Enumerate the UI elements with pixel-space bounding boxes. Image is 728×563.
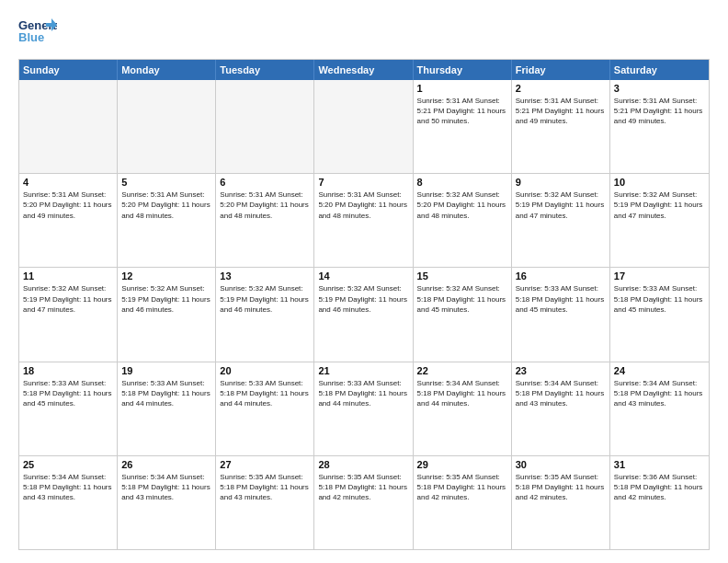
day-number: 16 bbox=[516, 270, 606, 282]
cell-info: Sunrise: 5:31 AM Sunset: 5:21 PM Dayligh… bbox=[614, 96, 705, 127]
calendar-cell: 17Sunrise: 5:33 AM Sunset: 5:18 PM Dayli… bbox=[610, 268, 709, 361]
cell-info: Sunrise: 5:34 AM Sunset: 5:18 PM Dayligh… bbox=[516, 378, 606, 409]
cell-info: Sunrise: 5:31 AM Sunset: 5:20 PM Dayligh… bbox=[23, 190, 113, 221]
calendar-cell: 27Sunrise: 5:35 AM Sunset: 5:18 PM Dayli… bbox=[216, 456, 314, 549]
cell-info: Sunrise: 5:32 AM Sunset: 5:20 PM Dayligh… bbox=[417, 190, 507, 221]
day-number: 20 bbox=[220, 365, 310, 376]
calendar-cell: 31Sunrise: 5:36 AM Sunset: 5:18 PM Dayli… bbox=[610, 456, 709, 549]
day-number: 29 bbox=[417, 459, 507, 470]
cell-info: Sunrise: 5:31 AM Sunset: 5:20 PM Dayligh… bbox=[220, 190, 310, 221]
calendar-header-row: SundayMondayTuesdayWednesdayThursdayFrid… bbox=[19, 60, 709, 80]
cal-header-day: Sunday bbox=[19, 60, 118, 80]
cell-info: Sunrise: 5:33 AM Sunset: 5:18 PM Dayligh… bbox=[121, 378, 211, 409]
page: General Blue SundayMondayTuesdayWednesda… bbox=[0, 0, 728, 563]
calendar-cell: 15Sunrise: 5:32 AM Sunset: 5:18 PM Dayli… bbox=[414, 268, 512, 361]
svg-text:Blue: Blue bbox=[18, 30, 44, 44]
cell-info: Sunrise: 5:31 AM Sunset: 5:20 PM Dayligh… bbox=[121, 190, 211, 221]
day-number: 3 bbox=[614, 83, 705, 94]
day-number: 25 bbox=[23, 459, 113, 470]
day-number: 1 bbox=[417, 83, 507, 94]
cell-info: Sunrise: 5:34 AM Sunset: 5:18 PM Dayligh… bbox=[614, 378, 705, 409]
calendar-cell bbox=[118, 80, 216, 173]
cell-info: Sunrise: 5:32 AM Sunset: 5:19 PM Dayligh… bbox=[121, 283, 211, 315]
cell-info: Sunrise: 5:36 AM Sunset: 5:18 PM Dayligh… bbox=[614, 472, 705, 503]
calendar-cell: 24Sunrise: 5:34 AM Sunset: 5:18 PM Dayli… bbox=[610, 362, 709, 455]
day-number: 14 bbox=[318, 270, 408, 282]
cal-header-day: Thursday bbox=[414, 60, 512, 80]
cell-info: Sunrise: 5:31 AM Sunset: 5:20 PM Dayligh… bbox=[318, 190, 408, 221]
calendar-cell: 18Sunrise: 5:33 AM Sunset: 5:18 PM Dayli… bbox=[19, 362, 118, 455]
day-number: 26 bbox=[121, 459, 211, 470]
calendar-cell: 22Sunrise: 5:34 AM Sunset: 5:18 PM Dayli… bbox=[414, 362, 512, 455]
day-number: 6 bbox=[220, 177, 310, 188]
day-number: 9 bbox=[516, 177, 606, 188]
calendar-cell: 2Sunrise: 5:31 AM Sunset: 5:21 PM Daylig… bbox=[512, 80, 610, 173]
cell-info: Sunrise: 5:33 AM Sunset: 5:18 PM Dayligh… bbox=[23, 378, 113, 409]
calendar-cell: 4Sunrise: 5:31 AM Sunset: 5:20 PM Daylig… bbox=[19, 174, 118, 267]
cell-info: Sunrise: 5:31 AM Sunset: 5:21 PM Dayligh… bbox=[516, 96, 606, 127]
calendar-cell: 8Sunrise: 5:32 AM Sunset: 5:20 PM Daylig… bbox=[414, 174, 512, 267]
calendar-week-row: 11Sunrise: 5:32 AM Sunset: 5:19 PM Dayli… bbox=[19, 268, 709, 362]
day-number: 7 bbox=[318, 177, 408, 188]
day-number: 5 bbox=[121, 177, 211, 188]
calendar-cell: 1Sunrise: 5:31 AM Sunset: 5:21 PM Daylig… bbox=[414, 80, 512, 173]
day-number: 22 bbox=[417, 365, 507, 376]
cell-info: Sunrise: 5:33 AM Sunset: 5:18 PM Dayligh… bbox=[614, 283, 705, 315]
cal-header-day: Saturday bbox=[610, 60, 709, 80]
calendar-week-row: 18Sunrise: 5:33 AM Sunset: 5:18 PM Dayli… bbox=[19, 362, 709, 456]
calendar-cell: 28Sunrise: 5:35 AM Sunset: 5:18 PM Dayli… bbox=[314, 456, 413, 549]
cell-info: Sunrise: 5:35 AM Sunset: 5:18 PM Dayligh… bbox=[318, 472, 408, 503]
day-number: 23 bbox=[516, 365, 606, 376]
day-number: 4 bbox=[23, 177, 113, 188]
cell-info: Sunrise: 5:32 AM Sunset: 5:19 PM Dayligh… bbox=[614, 190, 705, 221]
calendar-cell: 9Sunrise: 5:32 AM Sunset: 5:19 PM Daylig… bbox=[512, 174, 610, 267]
cell-info: Sunrise: 5:35 AM Sunset: 5:18 PM Dayligh… bbox=[220, 472, 310, 503]
day-number: 21 bbox=[318, 365, 408, 376]
calendar-cell bbox=[19, 80, 118, 173]
day-number: 28 bbox=[318, 459, 408, 470]
calendar-cell: 19Sunrise: 5:33 AM Sunset: 5:18 PM Dayli… bbox=[118, 362, 216, 455]
calendar-cell: 23Sunrise: 5:34 AM Sunset: 5:18 PM Dayli… bbox=[512, 362, 610, 455]
cell-info: Sunrise: 5:32 AM Sunset: 5:19 PM Dayligh… bbox=[318, 283, 408, 315]
day-number: 24 bbox=[614, 365, 705, 376]
day-number: 13 bbox=[220, 270, 310, 282]
day-number: 2 bbox=[516, 83, 606, 94]
cal-header-day: Monday bbox=[118, 60, 216, 80]
cell-info: Sunrise: 5:34 AM Sunset: 5:18 PM Dayligh… bbox=[121, 472, 211, 503]
day-number: 10 bbox=[614, 177, 705, 188]
calendar-cell: 16Sunrise: 5:33 AM Sunset: 5:18 PM Dayli… bbox=[512, 268, 610, 361]
cell-info: Sunrise: 5:32 AM Sunset: 5:19 PM Dayligh… bbox=[516, 190, 606, 221]
cell-info: Sunrise: 5:32 AM Sunset: 5:18 PM Dayligh… bbox=[417, 283, 507, 315]
cell-info: Sunrise: 5:32 AM Sunset: 5:19 PM Dayligh… bbox=[220, 283, 310, 315]
logo-svg: General Blue bbox=[18, 17, 57, 50]
calendar-cell: 6Sunrise: 5:31 AM Sunset: 5:20 PM Daylig… bbox=[216, 174, 314, 267]
calendar-cell bbox=[216, 80, 314, 173]
cell-info: Sunrise: 5:33 AM Sunset: 5:18 PM Dayligh… bbox=[220, 378, 310, 409]
calendar-week-row: 1Sunrise: 5:31 AM Sunset: 5:21 PM Daylig… bbox=[19, 80, 709, 174]
calendar-cell: 20Sunrise: 5:33 AM Sunset: 5:18 PM Dayli… bbox=[216, 362, 314, 455]
day-number: 8 bbox=[417, 177, 507, 188]
calendar-cell: 25Sunrise: 5:34 AM Sunset: 5:18 PM Dayli… bbox=[19, 456, 118, 549]
day-number: 30 bbox=[516, 459, 606, 470]
day-number: 12 bbox=[121, 270, 211, 282]
calendar-week-row: 4Sunrise: 5:31 AM Sunset: 5:20 PM Daylig… bbox=[19, 174, 709, 268]
calendar: SundayMondayTuesdayWednesdayThursdayFrid… bbox=[18, 59, 710, 550]
calendar-cell: 14Sunrise: 5:32 AM Sunset: 5:19 PM Dayli… bbox=[314, 268, 413, 361]
calendar-week-row: 25Sunrise: 5:34 AM Sunset: 5:18 PM Dayli… bbox=[19, 456, 709, 549]
calendar-cell: 30Sunrise: 5:35 AM Sunset: 5:18 PM Dayli… bbox=[512, 456, 610, 549]
calendar-cell: 13Sunrise: 5:32 AM Sunset: 5:19 PM Dayli… bbox=[216, 268, 314, 361]
day-number: 31 bbox=[614, 459, 705, 470]
calendar-cell: 3Sunrise: 5:31 AM Sunset: 5:21 PM Daylig… bbox=[610, 80, 709, 173]
day-number: 18 bbox=[23, 365, 113, 376]
day-number: 17 bbox=[614, 270, 705, 282]
cell-info: Sunrise: 5:33 AM Sunset: 5:18 PM Dayligh… bbox=[516, 283, 606, 315]
cell-info: Sunrise: 5:35 AM Sunset: 5:18 PM Dayligh… bbox=[417, 472, 507, 503]
day-number: 11 bbox=[23, 270, 113, 282]
cell-info: Sunrise: 5:32 AM Sunset: 5:19 PM Dayligh… bbox=[23, 283, 113, 315]
cell-info: Sunrise: 5:31 AM Sunset: 5:21 PM Dayligh… bbox=[417, 96, 507, 127]
cal-header-day: Wednesday bbox=[314, 60, 413, 80]
logo: General Blue bbox=[18, 17, 57, 50]
calendar-cell bbox=[314, 80, 413, 173]
day-number: 15 bbox=[417, 270, 507, 282]
calendar-cell: 5Sunrise: 5:31 AM Sunset: 5:20 PM Daylig… bbox=[118, 174, 216, 267]
